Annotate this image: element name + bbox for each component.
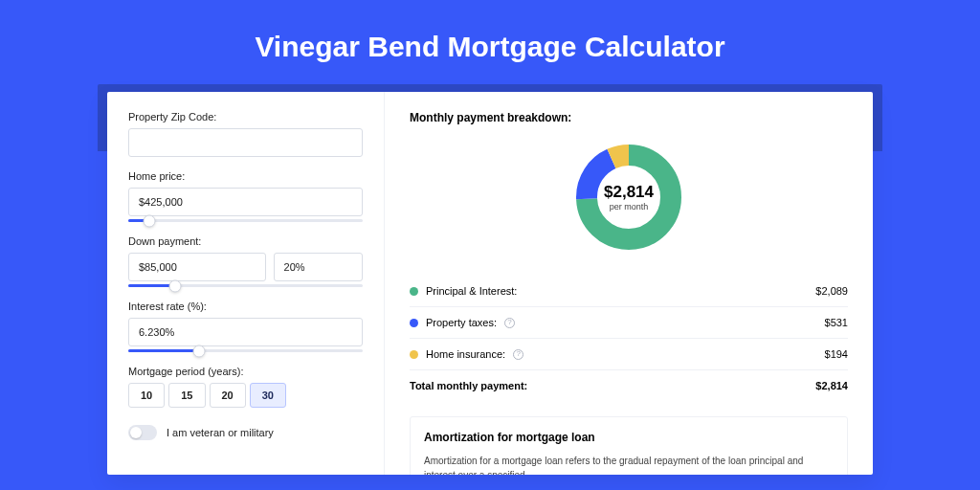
breakdown-panel: Monthly payment breakdown: $2,814 per mo…	[385, 92, 873, 475]
total-value: $2,814	[815, 380, 848, 391]
period-option-20[interactable]: 20	[210, 383, 246, 408]
zip-label: Property Zip Code:	[128, 111, 363, 122]
down-field: Down payment:	[128, 235, 363, 287]
period-option-10[interactable]: 10	[128, 383, 165, 408]
period-label: Mortgage period (years):	[128, 366, 363, 377]
down-label: Down payment:	[128, 235, 363, 247]
veteran-row: I am veteran or military	[128, 425, 363, 440]
veteran-toggle[interactable]	[128, 425, 157, 440]
amortization-heading: Amortization for mortgage loan	[424, 431, 834, 444]
down-amount-input[interactable]	[128, 253, 266, 281]
breakdown-row-tax: Property taxes: ?$531	[410, 306, 848, 338]
toggle-knob	[130, 427, 142, 438]
donut-center: $2,814 per month	[571, 140, 686, 255]
rate-field: Interest rate (%):	[128, 301, 363, 352]
legend-dot-green	[410, 287, 418, 296]
rate-slider[interactable]	[128, 349, 363, 352]
period-field: Mortgage period (years): 10152030	[128, 366, 363, 408]
zip-input[interactable]	[128, 128, 363, 157]
breakdown-value: $2,089	[815, 285, 848, 297]
page-title: Vinegar Bend Mortgage Calculator	[0, 0, 980, 84]
price-label: Home price:	[128, 170, 363, 182]
total-row: Total monthly payment: $2,814	[410, 369, 848, 401]
legend-dot-yellow	[410, 350, 418, 359]
breakdown-label: Principal & Interest:	[426, 285, 517, 297]
price-input[interactable]	[128, 188, 363, 216]
period-button-group: 10152030	[128, 383, 363, 408]
zip-field: Property Zip Code:	[128, 111, 363, 157]
info-icon[interactable]: ?	[513, 349, 523, 360]
amortization-box: Amortization for mortgage loan Amortizat…	[410, 416, 848, 475]
rate-slider-thumb[interactable]	[192, 345, 205, 357]
breakdown-value: $194	[825, 348, 848, 360]
period-option-15[interactable]: 15	[168, 383, 205, 408]
rate-input[interactable]	[128, 318, 363, 346]
donut-chart: $2,814 per month	[571, 140, 686, 255]
breakdown-label: Property taxes:	[426, 317, 497, 328]
donut-amount: $2,814	[604, 183, 654, 202]
down-slider-thumb[interactable]	[169, 279, 182, 292]
breakdown-value: $531	[825, 317, 848, 328]
period-option-30[interactable]: 30	[250, 383, 286, 408]
price-slider-thumb[interactable]	[144, 214, 156, 227]
inputs-panel: Property Zip Code: Home price: Down paym…	[107, 92, 385, 475]
down-slider[interactable]	[128, 284, 363, 287]
donut-wrap: $2,814 per month	[410, 140, 848, 255]
breakdown-label: Home insurance:	[426, 348, 505, 360]
total-label: Total monthly payment:	[410, 380, 527, 391]
amortization-text: Amortization for a mortgage loan refers …	[424, 454, 834, 475]
rate-label: Interest rate (%):	[128, 301, 363, 312]
down-pct-input[interactable]	[274, 253, 363, 281]
price-slider[interactable]	[128, 219, 363, 222]
veteran-label: I am veteran or military	[167, 427, 274, 438]
breakdown-heading: Monthly payment breakdown:	[410, 111, 848, 124]
calculator-card: Property Zip Code: Home price: Down paym…	[107, 92, 873, 475]
breakdown-row-pi: Principal & Interest:$2,089	[410, 276, 848, 306]
legend-dot-blue	[410, 319, 418, 327]
info-icon[interactable]: ?	[504, 318, 515, 328]
donut-sub: per month	[610, 202, 649, 212]
breakdown-row-ins: Home insurance: ?$194	[410, 338, 848, 369]
price-field: Home price:	[128, 170, 363, 222]
